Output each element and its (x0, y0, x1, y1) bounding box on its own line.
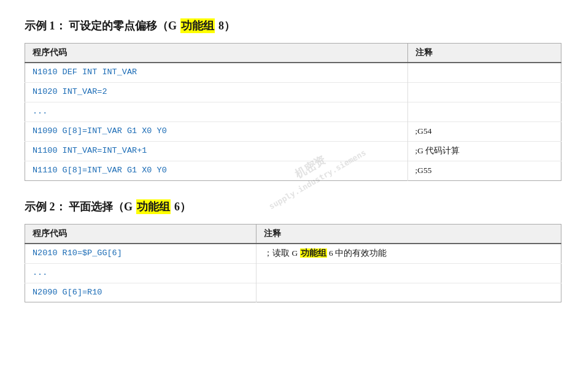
comment-cell: ;G 代码计算 (407, 141, 561, 161)
table-row: N1020 INT_VAR=2 (25, 82, 561, 102)
code-cell: N1010 DEF INT INT_VAR (25, 63, 408, 82)
comment-cell: ;G54 (407, 121, 561, 141)
section1-col2-header: 注释 (407, 44, 561, 63)
comment-cell (407, 63, 561, 82)
code-cell: N1020 INT_VAR=2 (25, 82, 408, 102)
code-cell: ... (25, 263, 256, 283)
section1-title-prefix: 示例 1： 可设定的零点偏移（G (25, 18, 177, 33)
table-row: ... (25, 102, 561, 121)
code-cell: N2010 R10=$P_GG[6] (25, 244, 256, 263)
section2-col2-header: 注释 (256, 224, 561, 244)
table-row: N1010 DEF INT INT_VAR (25, 63, 561, 82)
comment-cell (407, 102, 561, 121)
section2-title-prefix: 示例 2： 平面选择（G (25, 199, 133, 214)
table-row: N2090 G[6]=R10 (25, 283, 561, 302)
comment-cell: ；读取 G 功能组 6 中的有效功能 (256, 244, 561, 263)
section1-table: 程序代码 注释 N1010 DEF INT INT_VAR N1020 INT_… (25, 43, 561, 181)
table-row: ... (25, 263, 561, 283)
code-cell: N1110 G[8]=INT_VAR G1 X0 Y0 (25, 161, 408, 180)
code-cell: N1090 G[8]=INT_VAR G1 X0 Y0 (25, 121, 408, 141)
comment-cell (407, 82, 561, 102)
comment-cell (256, 283, 561, 302)
comment-highlight: 功能组 (300, 248, 327, 258)
section2-col1-header: 程序代码 (25, 224, 256, 244)
code-cell: N2090 G[6]=R10 (25, 283, 256, 302)
code-cell: N1100 INT_VAR=INT_VAR+1 (25, 141, 408, 161)
table-row: N1110 G[8]=INT_VAR G1 X0 Y0 ;G55 (25, 161, 561, 180)
section1-title: 示例 1： 可设定的零点偏移（G 功能组 8） (25, 18, 561, 33)
code-cell: ... (25, 102, 408, 121)
comment-cell: ;G55 (407, 161, 561, 180)
section1-title-highlight: 功能组 (180, 18, 215, 33)
section1-title-suffix: 8） (218, 18, 235, 33)
comment-cell (256, 263, 561, 283)
section2-table: 程序代码 注释 N2010 R10=$P_GG[6] ；读取 G 功能组 6 中… (25, 224, 561, 303)
table-row: N1090 G[8]=INT_VAR G1 X0 Y0 ;G54 (25, 121, 561, 141)
table-row: N1100 INT_VAR=INT_VAR+1 ;G 代码计算 (25, 141, 561, 161)
section1-col1-header: 程序代码 (25, 44, 408, 63)
section2-title-highlight: 功能组 (136, 199, 171, 214)
section2-title: 示例 2： 平面选择（G 功能组 6） (25, 199, 561, 214)
table-row: N2010 R10=$P_GG[6] ；读取 G 功能组 6 中的有效功能 (25, 244, 561, 263)
section2-title-suffix: 6） (174, 199, 191, 214)
